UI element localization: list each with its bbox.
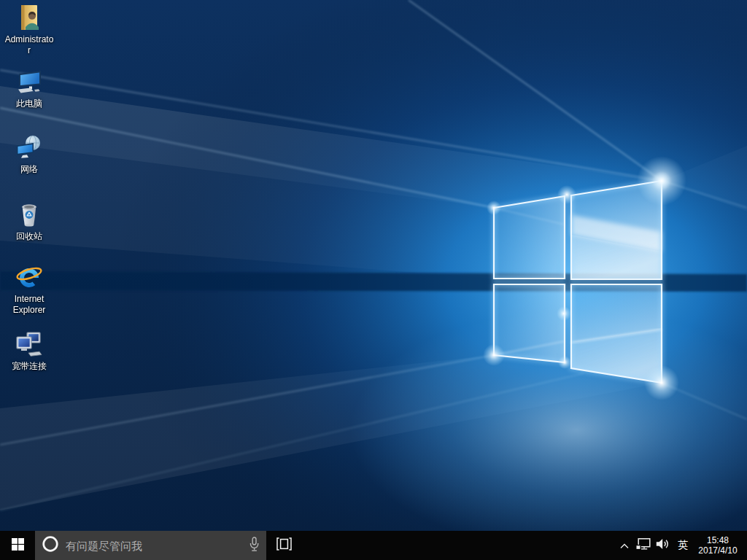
task-view-button[interactable] bbox=[266, 531, 301, 560]
taskbar: 英 15:48 2017/4/10 bbox=[0, 531, 747, 560]
cortana-circle-icon bbox=[42, 535, 59, 556]
clock-date: 2017/4/10 bbox=[698, 545, 737, 556]
clock[interactable]: 15:48 2017/4/10 bbox=[693, 531, 747, 560]
user-folder-icon bbox=[13, 3, 45, 34]
desktop-icon-label: 回收站 bbox=[4, 231, 54, 242]
system-tray: 英 15:48 2017/4/10 bbox=[616, 531, 747, 560]
search-input[interactable] bbox=[66, 540, 242, 552]
network-ethernet-icon bbox=[635, 538, 651, 553]
broadband-connection-icon bbox=[13, 330, 45, 360]
start-button[interactable] bbox=[0, 531, 35, 560]
internet-explorer-icon bbox=[13, 262, 45, 293]
show-hidden-icons-button[interactable] bbox=[616, 531, 633, 560]
desktop[interactable]: Administrator 此电脑 bbox=[0, 0, 747, 531]
desktop-icon-recycle-bin[interactable]: 回收站 bbox=[1, 200, 57, 242]
taskbar-search-box[interactable] bbox=[35, 531, 266, 560]
windows-hero-wallpaper bbox=[0, 0, 747, 531]
language-label: 英 bbox=[678, 539, 688, 552]
network-globe-icon bbox=[13, 133, 45, 163]
desktop-icon-internet-explorer[interactable]: Internet Explorer bbox=[1, 262, 57, 316]
desktop-icon-label: Internet Explorer bbox=[4, 294, 54, 316]
chevron-up-icon bbox=[620, 539, 629, 552]
desktop-icon-broadband-connection[interactable]: 宽带连接 bbox=[1, 330, 57, 372]
network-status-button[interactable] bbox=[633, 531, 653, 560]
desktop-icon-label: 宽带连接 bbox=[4, 361, 54, 372]
clock-time: 15:48 bbox=[707, 535, 729, 545]
windows-desktop-screen: Administrator 此电脑 bbox=[0, 0, 747, 560]
desktop-icon-this-pc[interactable]: 此电脑 bbox=[1, 67, 57, 109]
microphone-icon[interactable] bbox=[249, 537, 260, 555]
speaker-icon bbox=[656, 538, 670, 553]
desktop-icon-network[interactable]: 网络 bbox=[1, 133, 57, 175]
task-view-icon bbox=[276, 537, 292, 553]
desktop-icon-label: 网络 bbox=[4, 164, 54, 175]
input-language-indicator[interactable]: 英 bbox=[673, 531, 693, 560]
windows-start-icon bbox=[12, 538, 24, 553]
volume-button[interactable] bbox=[653, 531, 673, 560]
recycle-bin-icon bbox=[13, 200, 45, 230]
desktop-icon-label: 此电脑 bbox=[4, 98, 54, 109]
this-pc-icon bbox=[13, 67, 45, 98]
desktop-icon-administrator[interactable]: Administrator bbox=[1, 3, 57, 56]
desktop-icon-label: Administrator bbox=[4, 34, 54, 56]
